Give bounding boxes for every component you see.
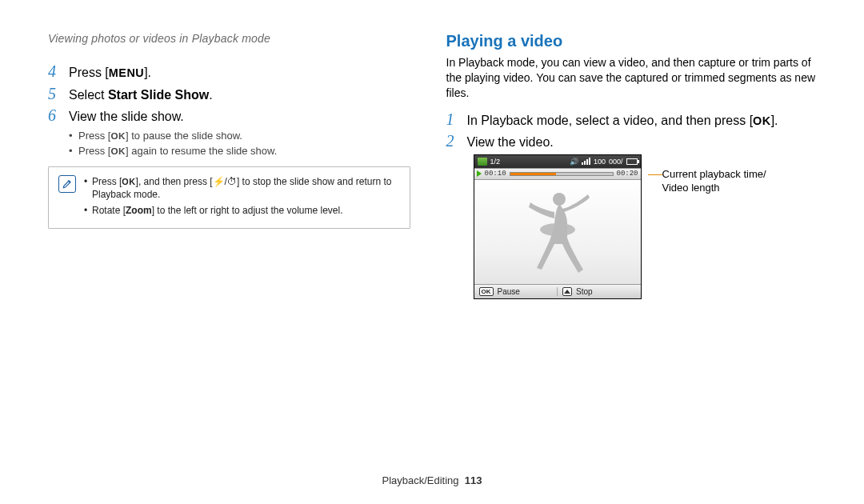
step-text: In Playback mode, select a video, and th… (467, 114, 754, 127)
step-number: 6 (48, 106, 61, 125)
camera-screen: 1/2 🔊 100 000/ 00:10 00:20 (474, 154, 642, 299)
progress-bar (510, 172, 614, 176)
play-icon (477, 170, 482, 177)
section-intro: In Playback mode, you can view a video, … (446, 55, 816, 101)
status-bar: 1/2 🔊 100 000/ (474, 155, 641, 168)
svg-point-1 (540, 223, 575, 236)
count: 1/2 (490, 158, 501, 166)
ok-key: OK (753, 114, 771, 127)
footer: Playback/Editing 113 (0, 474, 864, 486)
svg-point-0 (553, 193, 566, 206)
step-number: 1 (446, 110, 459, 129)
menu-key: MENU (109, 66, 144, 79)
section-heading: Playing a video (446, 32, 816, 50)
time-total: 00:20 (617, 170, 638, 178)
note-icon (58, 175, 76, 193)
speaker-icon: 🔊 (570, 158, 578, 166)
note-bold: Zoom (126, 205, 152, 216)
note-box: Press [OK], and then press [⚡/⏱] to stop… (48, 166, 410, 230)
callout-line (648, 174, 662, 175)
steps-right: 1 In Playback mode, select a video, and … (446, 110, 816, 151)
dancer-silhouette (510, 185, 606, 281)
signal-icon (582, 158, 590, 165)
note-text: Press [ (92, 176, 122, 187)
battery-icon (626, 158, 638, 165)
video-frame (474, 180, 641, 284)
ok-key: OK (110, 130, 126, 141)
mem: 000/ (609, 158, 623, 166)
page-number: 113 (465, 474, 482, 486)
footer-section: Playback/Editing (382, 474, 458, 486)
flash-timer-icons: ⚡/⏱ (213, 176, 237, 187)
substeps: Press [OK] to pause the slide show. Pres… (69, 129, 410, 158)
note-text: ] to the left or right to adjust the vol… (152, 205, 343, 216)
thumb-icon (478, 158, 487, 166)
time-current: 00:10 (485, 170, 506, 178)
ok-icon: OK (479, 287, 494, 296)
ok-key: OK (110, 146, 126, 156)
step-text: View the slide show. (69, 108, 410, 126)
step-text: ]. (771, 114, 778, 127)
callout: Current playback time/ Video length (648, 168, 766, 195)
bottom-bar: OK Pause Stop (474, 284, 641, 298)
step-number: 5 (48, 85, 61, 103)
callout-text: Current playback time/ Video length (662, 168, 766, 195)
step-number: 4 (48, 62, 61, 81)
sub-text: Press [ (78, 145, 110, 157)
up-icon (562, 287, 572, 296)
step-bold: Start Slide Show (108, 88, 209, 102)
breadcrumb: Viewing photos or videos in Playback mod… (48, 32, 410, 45)
stop-label: Stop (576, 287, 593, 296)
pause-label: Pause (498, 287, 520, 296)
step-text: Press [ (69, 66, 109, 79)
step-text: Select (69, 88, 108, 102)
step-number: 2 (446, 132, 459, 150)
ok-key: OK (122, 177, 135, 186)
batt-pct: 100 (594, 158, 606, 166)
time-bar: 00:10 00:20 (474, 168, 641, 180)
sub-text: Press [ (78, 130, 110, 142)
note-text: ], and then press [ (136, 176, 213, 187)
steps-left: 4 Press [MENU]. 5 Select Start Slide Sho… (48, 62, 410, 126)
step-text: . (209, 88, 212, 102)
step-text: ]. (144, 66, 151, 79)
step-text: View the video. (467, 134, 816, 151)
sub-text: ] again to resume the slide show. (126, 145, 277, 157)
note-text: Rotate [ (92, 205, 126, 216)
sub-text: ] to pause the slide show. (126, 130, 242, 142)
